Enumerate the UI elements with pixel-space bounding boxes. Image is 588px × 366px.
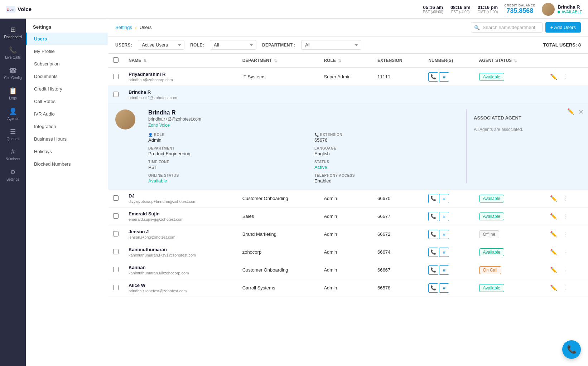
live-calls-icon: 📞: [9, 46, 17, 54]
dept-cell: Customer Onboarding: [237, 190, 319, 208]
table-row: Kanimuthumaran kanimuthumaran.t+zv1@zoho…: [108, 243, 588, 261]
row-checkbox[interactable]: [113, 213, 119, 219]
sidebar-item-agents[interactable]: 👤 Agents: [0, 104, 26, 123]
hash-num-icon[interactable]: #: [439, 265, 449, 275]
breadcrumb-settings[interactable]: Settings: [115, 25, 132, 30]
row-checkbox[interactable]: [113, 231, 119, 236]
more-button[interactable]: ⋮: [561, 248, 569, 257]
nav-item-call-rates[interactable]: Call Rates: [26, 95, 108, 108]
row-checkbox[interactable]: [113, 92, 119, 97]
row-checkbox[interactable]: [113, 285, 119, 290]
call-num-icon[interactable]: 📞: [428, 248, 438, 257]
dept-filter-select[interactable]: All IT Systems Product Engineering Custo…: [301, 40, 361, 50]
close-expanded-button[interactable]: ✕: [578, 108, 584, 116]
call-num-icon[interactable]: 📞: [428, 265, 438, 275]
extension-cell: 66677: [372, 208, 423, 225]
add-users-label: + Add Users: [550, 25, 576, 30]
extension-cell: 66672: [372, 225, 423, 243]
sidebar-item-dashboard[interactable]: ⊞ Dashboard: [0, 23, 26, 42]
status-cell: On Call: [474, 261, 544, 279]
role-cell: Admin: [319, 279, 372, 297]
edit-button[interactable]: ✏️: [549, 230, 558, 239]
status-label: STATUS: [314, 160, 466, 164]
edit-button[interactable]: ✏️: [549, 212, 558, 221]
expanded-link[interactable]: Zoho Voice: [148, 123, 466, 128]
more-button[interactable]: ⋮: [561, 72, 569, 81]
user-email-cell: emerald.sujin+jj@zohotest.com: [129, 217, 232, 221]
call-num-icon[interactable]: 📞: [428, 230, 438, 239]
hash-num-icon[interactable]: #: [439, 72, 449, 82]
main-layout: ⊞ Dashboard 📞 Live Calls ☎ Call Config 📋…: [0, 19, 588, 366]
users-table-wrap: NAME ⇅ DEPARTMENT ⇅ ROLE ⇅ EXTENSION NUM…: [108, 54, 588, 366]
row-checkbox[interactable]: [113, 195, 119, 201]
edit-button[interactable]: ✏️: [549, 248, 558, 257]
edit-button[interactable]: ✏️: [549, 194, 558, 203]
nav-item-ivr-audio[interactable]: IVR Audio: [26, 108, 108, 120]
sidebar-label-logs: Logs: [9, 96, 17, 100]
sidebar-item-queues[interactable]: ☰ Queues: [0, 125, 26, 144]
expanded-main: Brindha R brindha.r+t2@zohotest.com Zoho…: [148, 109, 466, 184]
sidebar-item-live-calls[interactable]: 📞 Live Calls: [0, 43, 26, 62]
status-badge: Available: [479, 195, 504, 202]
nav-item-subscription[interactable]: Subscription: [26, 58, 108, 70]
call-num-icon[interactable]: 📞: [428, 283, 438, 293]
actions-cell: ✏️ ⋮: [544, 225, 588, 243]
field-telephony: TELEPHONY ACCESS Enabled: [314, 174, 466, 184]
row-checkbox[interactable]: [113, 267, 119, 272]
edit-button[interactable]: ✏️: [549, 283, 558, 292]
number-icons: 📞 #: [428, 283, 469, 293]
row-checkbox[interactable]: [113, 74, 119, 79]
call-num-icon[interactable]: 📞: [428, 194, 438, 203]
nav-item-business-hours[interactable]: Business Hours: [26, 133, 108, 145]
more-button[interactable]: ⋮: [561, 283, 569, 292]
role-filter-select[interactable]: All Admin Super Admin Agent: [210, 40, 256, 50]
sidebar-item-numbers[interactable]: # Numbers: [0, 145, 26, 164]
select-all-checkbox[interactable]: [113, 57, 119, 63]
dept-cell: Carroll Systems: [237, 279, 319, 297]
more-button[interactable]: ⋮: [561, 212, 569, 221]
nav-item-credit-history[interactable]: Credit History: [26, 83, 108, 95]
status-cell: Available: [474, 68, 544, 86]
numbers-icon: #: [11, 148, 15, 156]
sidebar-item-logs[interactable]: 📋 Logs: [0, 84, 26, 103]
sidebar-item-call-config[interactable]: ☎ Call Config: [0, 64, 26, 83]
hash-num-icon[interactable]: #: [439, 194, 449, 203]
call-num-icon[interactable]: 📞: [428, 72, 438, 82]
field-extension: 📞 EXTENSION 65676: [314, 133, 466, 143]
extension-cell: 66670: [372, 190, 423, 208]
more-button[interactable]: ⋮: [561, 265, 569, 274]
sidebar-item-settings[interactable]: ⚙ Settings: [0, 165, 26, 184]
timezone-est: 08:16 am EST (-4:00): [450, 5, 471, 14]
nav-item-my-profile[interactable]: My Profile: [26, 45, 108, 58]
more-button[interactable]: ⋮: [561, 194, 569, 203]
edit-button[interactable]: ✏️: [549, 72, 558, 81]
users-filter-select[interactable]: Active Users All Users Inactive Users: [138, 40, 184, 50]
call-num-icon[interactable]: 📞: [428, 212, 438, 221]
nav-item-holidays[interactable]: Holidays: [26, 145, 108, 158]
role-filter-label: ROLE:: [190, 43, 204, 48]
status-cell: Offline: [474, 225, 544, 243]
nav-item-users[interactable]: Users: [26, 33, 108, 45]
table-row: Kannan kanimuthumaran.t@zohocorp.com Cus…: [108, 261, 588, 279]
nav-sidebar: Settings Users My Profile Subscription D…: [26, 19, 108, 366]
hash-num-icon[interactable]: #: [439, 248, 449, 257]
table-row: Alice W brindha.r+onetest@zohotest.com C…: [108, 279, 588, 297]
hash-num-icon[interactable]: #: [439, 230, 449, 239]
nav-item-blocked-numbers[interactable]: Blocked Numbers: [26, 158, 108, 170]
nav-item-documents[interactable]: Documents: [26, 70, 108, 83]
user-email-cell: divyajyotsna.p+brindha@zohotest.com: [129, 199, 232, 204]
row-checkbox[interactable]: [113, 249, 119, 254]
edit-expanded-button[interactable]: ✏️: [567, 108, 574, 115]
call-button[interactable]: 📞: [562, 340, 581, 359]
dept-cell: Customer Onboarding: [237, 261, 319, 279]
extension-cell: 66578: [372, 279, 423, 297]
user-profile[interactable]: Brindha R AVAILABLE: [542, 3, 582, 16]
edit-button[interactable]: ✏️: [549, 265, 558, 274]
col-role: ROLE ⇅: [319, 54, 372, 68]
nav-item-integration[interactable]: Integration: [26, 120, 108, 133]
search-input[interactable]: [471, 22, 543, 33]
add-users-button[interactable]: + Add Users: [545, 22, 581, 33]
more-button[interactable]: ⋮: [561, 230, 569, 239]
hash-num-icon[interactable]: #: [439, 212, 449, 221]
hash-num-icon[interactable]: #: [439, 283, 449, 293]
